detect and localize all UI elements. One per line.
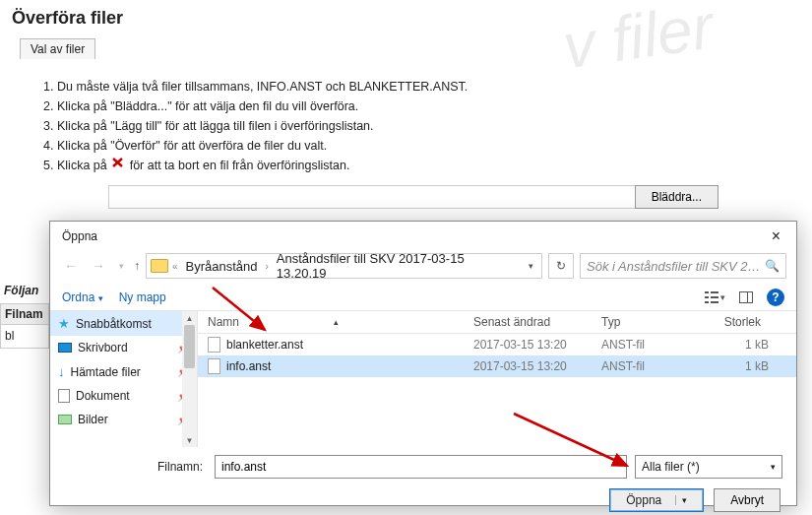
file-row[interactable]: info.anst2017-03-15 13:20ANST-fil1 kB <box>198 355 796 377</box>
open-button[interactable]: Öppna ▾ <box>609 488 704 512</box>
instruction-item: Klicka på "Lägg till" för att lägga till… <box>57 116 812 136</box>
doc-icon <box>58 389 70 403</box>
dialog-toolbar: Ordna ▾ Ny mapp ▾ ? <box>50 285 796 311</box>
search-icon: 🔍 <box>765 259 780 273</box>
partial-cell: bl <box>0 325 49 349</box>
close-icon[interactable]: × <box>766 227 786 245</box>
chevron-down-icon: ▾ <box>98 293 103 303</box>
pane-icon <box>739 291 753 303</box>
organize-button[interactable]: Ordna ▾ <box>62 290 103 304</box>
partial-header-filename: Filnam <box>0 303 49 325</box>
new-folder-button[interactable]: Ny mapp <box>119 290 166 304</box>
scroll-down-icon[interactable]: ▼ <box>182 433 197 447</box>
search-input[interactable]: Sök i Anståndsfiler till SKV 201... 🔍 <box>580 253 786 279</box>
file-filter-select[interactable]: Alla filer (*) ▾ <box>635 455 782 479</box>
file-size: 1 kB <box>700 338 769 352</box>
view-mode-button[interactable]: ▾ <box>705 291 725 303</box>
file-name: info.anst <box>226 359 271 373</box>
filename-label: Filnamn: <box>64 460 207 474</box>
help-icon[interactable]: ? <box>767 289 784 306</box>
breadcrumb-item[interactable]: Byråanstånd <box>182 259 262 274</box>
chevron-down-icon[interactable]: ▾ <box>115 261 128 271</box>
sort-asc-icon: ▴ <box>334 317 339 327</box>
col-name-header[interactable]: Namn▴ <box>208 315 473 329</box>
breadcrumb[interactable]: « Byråanstånd › Anståndsfiler till SKV 2… <box>146 253 542 279</box>
dialog-title-bar: Öppna × <box>50 222 796 247</box>
file-icon <box>208 358 220 374</box>
sidebar-item-label: Hämtade filer <box>71 365 141 379</box>
sidebar-item-label: Skrivbord <box>78 341 128 354</box>
file-date: 2017-03-15 13:20 <box>473 338 601 352</box>
partial-label: Följan <box>0 280 49 303</box>
sidebar-item-label: Bilder <box>78 413 108 426</box>
instruction-item: Klicka på "Överför" för att överföra de … <box>57 136 812 156</box>
sidebar-item-label: Snabbåtkomst <box>76 317 152 331</box>
chevron-down-icon: ▾ <box>720 292 725 302</box>
chevron-down-icon: ▾ <box>771 462 776 472</box>
dialog-title: Öppna <box>62 229 766 243</box>
folder-icon <box>151 259 168 273</box>
dialog-nav-bar: ← → ▾ ↑ « Byråanstånd › Anståndsfiler ti… <box>50 247 796 285</box>
nav-up-icon[interactable]: ↑ <box>134 259 140 273</box>
cancel-button[interactable]: Avbryt <box>714 488 781 512</box>
nav-back-icon[interactable]: ← <box>60 258 82 274</box>
browse-button[interactable]: Bläddra... <box>635 185 718 209</box>
scrollbar[interactable]: ▲ ▼ <box>182 311 197 447</box>
col-date-header[interactable]: Senast ändrad <box>473 315 601 329</box>
file-type: ANST-fil <box>601 359 700 373</box>
download-icon: ↓ <box>58 364 65 379</box>
scrollbar-thumb[interactable] <box>184 325 195 368</box>
file-list-header: Namn▴ Senast ändrad Typ Storlek <box>198 311 796 334</box>
tab-file-selection[interactable]: Val av filer <box>20 38 95 59</box>
breadcrumb-item[interactable]: Anståndsfiler till SKV 2017-03-15 13.20.… <box>273 251 521 281</box>
sidebar: ★SnabbåtkomstSkrivbord📌↓Hämtade filer📌Do… <box>50 311 198 447</box>
filename-input[interactable] <box>215 455 627 479</box>
tab-strip: Val av filer <box>20 38 812 59</box>
delete-x-icon <box>110 159 126 172</box>
list-icon <box>705 291 718 303</box>
file-size: 1 kB <box>700 359 769 373</box>
instruction-item: Klicka på för att ta bort en fil från öv… <box>57 156 812 175</box>
chevron-right-icon: › <box>266 261 269 272</box>
sidebar-item-hämtade-filer[interactable]: ↓Hämtade filer📌 <box>50 359 197 384</box>
col-type-header[interactable]: Typ <box>601 315 700 329</box>
desktop-icon <box>58 343 72 353</box>
instructions-list: Du måste välja två filer tillsammans, IN… <box>49 77 812 175</box>
scroll-up-icon[interactable]: ▲ <box>182 311 197 325</box>
open-dialog: Öppna × ← → ▾ ↑ « Byråanstånd › Anstånds… <box>49 221 797 506</box>
sidebar-item-snabbåtkomst[interactable]: ★Snabbåtkomst <box>50 311 197 336</box>
file-date: 2017-03-15 13:20 <box>473 359 601 373</box>
sidebar-item-skrivbord[interactable]: Skrivbord📌 <box>50 336 197 359</box>
file-icon <box>208 337 220 353</box>
file-row[interactable]: blanketter.anst2017-03-15 13:20ANST-fil1… <box>198 334 796 355</box>
file-list: Namn▴ Senast ändrad Typ Storlek blankett… <box>198 311 796 447</box>
page-title: Överföra filer <box>0 0 812 32</box>
dialog-footer: Filnamn: Alla filer (*) ▾ Öppna ▾ Avbryt <box>50 447 796 515</box>
pic-icon <box>58 415 72 424</box>
star-icon: ★ <box>58 316 70 331</box>
col-size-header[interactable]: Storlek <box>700 315 769 329</box>
dialog-body: ★SnabbåtkomstSkrivbord📌↓Hämtade filer📌Do… <box>50 311 796 447</box>
chevron-left-icon: « <box>172 261 178 272</box>
browse-row: Bläddra... <box>108 185 718 209</box>
instruction-item: Klicka på "Bläddra..." för att välja den… <box>57 97 812 116</box>
browse-path-field[interactable] <box>108 185 635 209</box>
nav-forward-icon[interactable]: → <box>88 258 109 274</box>
partial-left-panel: Följan Filnam bl <box>0 280 49 349</box>
sidebar-item-dokument[interactable]: Dokument📌 <box>50 384 197 408</box>
file-name: blanketter.anst <box>226 338 303 352</box>
instruction-item: Du måste välja två filer tillsammans, IN… <box>57 77 812 97</box>
refresh-icon[interactable]: ↻ <box>548 253 574 279</box>
sidebar-item-label: Dokument <box>76 389 130 403</box>
search-placeholder: Sök i Anståndsfiler till SKV 201... <box>587 259 765 274</box>
preview-pane-button[interactable] <box>739 291 753 303</box>
chevron-down-icon: ▾ <box>675 495 687 505</box>
file-type: ANST-fil <box>601 338 700 352</box>
sidebar-item-bilder[interactable]: Bilder📌 <box>50 408 197 431</box>
chevron-down-icon[interactable]: ▾ <box>525 261 537 271</box>
